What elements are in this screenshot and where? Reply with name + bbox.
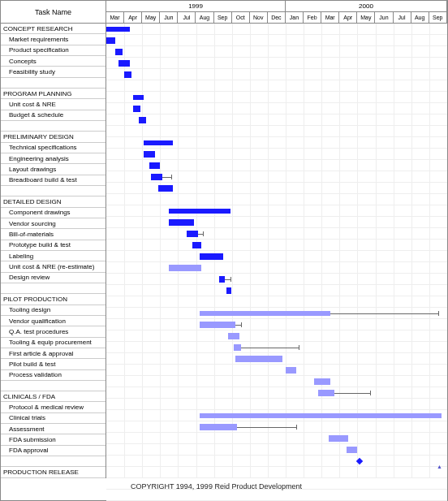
task-row: Vendor qualification [1, 316, 106, 326]
task-group: CLINICALS / FDA [1, 391, 106, 402]
month-cell: May [357, 12, 375, 23]
gantt-bar [329, 435, 348, 442]
copyright: COPYRIGHT 1994, 1999 Reid Product Develo… [131, 482, 302, 490]
gantt-bar [169, 265, 201, 271]
trail-line [198, 234, 204, 235]
trail-line [162, 177, 171, 178]
header-row: Task Name 19992000 MarAprMayJunJulAugSep… [1, 1, 447, 24]
task-row: Design review [1, 273, 106, 283]
trail-line [330, 313, 438, 314]
chart-row [106, 490, 447, 501]
chart-row [106, 46, 447, 58]
chart-row [106, 353, 447, 365]
trail-line [225, 279, 230, 280]
chart-row [106, 262, 447, 274]
month-cell: Aug [411, 12, 429, 23]
gantt-bar [200, 253, 223, 260]
chart-row [106, 92, 447, 103]
task-group: PILOT PRODUCTION [1, 294, 106, 304]
task-row: Q.A. test procedures [1, 326, 106, 337]
task-row [1, 186, 106, 197]
gantt-bar [158, 185, 173, 192]
gantt-bar [149, 162, 160, 169]
month-cell: Apr [124, 12, 142, 23]
task-group: PRELIMINARY DESIGN [1, 132, 106, 142]
month-cell: Feb [304, 12, 321, 23]
trail-line [241, 348, 299, 348]
task-row: Budget & schedule [1, 110, 106, 121]
gantt-bar [200, 413, 442, 418]
month-cell: Dec [268, 12, 286, 23]
chart-row [106, 171, 447, 183]
chart-row [106, 410, 447, 421]
task-row: FDA submission [1, 434, 106, 445]
task-row: Unit cost & NRE (re-estimate) [1, 261, 106, 272]
task-row: Component drawings [1, 208, 106, 218]
chart-row [106, 342, 447, 353]
chart-row [106, 183, 447, 194]
task-row: Layout drawings [1, 164, 106, 175]
gantt-bar [118, 60, 129, 67]
chart-row [106, 228, 447, 240]
task-group: PRODUCTION RELEASE [1, 467, 106, 477]
task-row: Assessment [1, 424, 106, 434]
gantt-bar [347, 447, 357, 453]
gantt-bar [144, 151, 154, 158]
chart-col [106, 24, 447, 478]
chart-row [106, 365, 447, 376]
trail-tick [299, 345, 299, 350]
task-row: Prototype build & test [1, 240, 106, 251]
task-row: Clinical trials [1, 413, 106, 424]
chart-row [106, 80, 447, 92]
task-row: Unit cost & NRE [1, 99, 106, 110]
month-cell: Nov [250, 12, 268, 23]
chart-row [106, 296, 447, 308]
month-cell: Jul [178, 12, 196, 23]
chart-row [106, 217, 447, 228]
gantt-bar [200, 424, 237, 430]
trail-tick [230, 277, 231, 282]
chart-row [106, 137, 447, 149]
task-row: Protocol & medical review [1, 402, 106, 412]
gantt-bar [169, 219, 194, 226]
chart-row [106, 126, 447, 137]
gantt-bar [106, 37, 115, 44]
gantt-bar [200, 322, 235, 328]
trail-line [237, 427, 296, 428]
gantt-bar [133, 106, 140, 112]
chart-row [106, 319, 447, 330]
chart-row [106, 467, 447, 478]
gantt-bar [115, 49, 123, 55]
task-row: Bill-of-materials [1, 229, 106, 240]
task-row [1, 283, 106, 294]
month-cell: May [142, 12, 160, 23]
chart-row [106, 308, 447, 319]
gantt-bar [200, 311, 330, 316]
trail-tick [241, 322, 242, 327]
gantt-bar [124, 71, 131, 78]
task-row: FDA approval [1, 446, 106, 456]
chart-row [106, 35, 447, 46]
month-row: MarAprMayJunJulAugSepOctNovDecJanFebMarA… [106, 12, 447, 23]
month-cell: Apr [339, 12, 357, 23]
chart-row [106, 444, 447, 456]
trail-tick [438, 311, 439, 316]
task-row: Feasibility study [1, 67, 106, 77]
task-row [1, 456, 106, 467]
trail-tick [203, 231, 204, 236]
month-cell: Sep [429, 12, 447, 23]
month-cell: Jul [394, 12, 411, 23]
task-row [1, 78, 106, 89]
chart-row [106, 330, 447, 342]
task-row: Vendor sourcing [1, 218, 106, 229]
month-cell: Oct [232, 12, 250, 23]
task-row: Tooling & equip procurement [1, 338, 106, 348]
gantt-bar [318, 390, 334, 396]
marker-icon: ▲ [437, 464, 442, 469]
task-group: CONCEPT RESEARCH [1, 24, 106, 34]
task-row [1, 381, 106, 391]
trail-line [334, 393, 370, 394]
month-cell: Sep [214, 12, 232, 23]
gantt-bar [133, 95, 144, 100]
task-group: DETAILED DESIGN [1, 197, 106, 207]
